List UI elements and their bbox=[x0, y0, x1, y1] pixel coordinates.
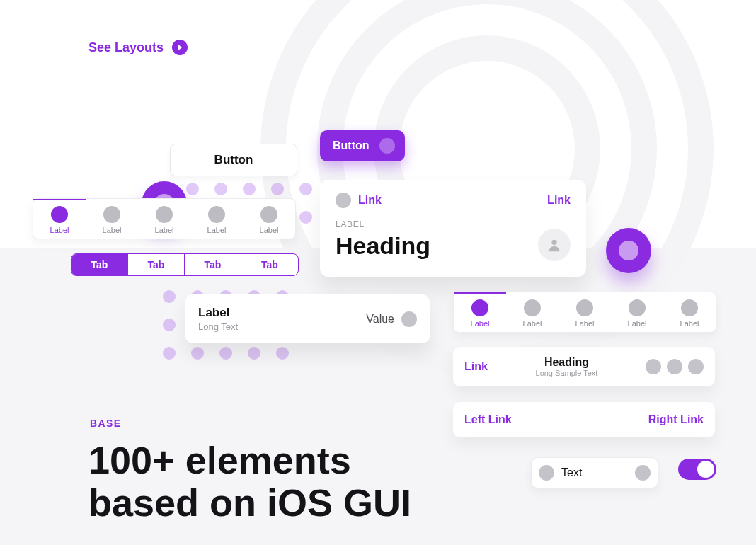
circle-icon[interactable] bbox=[667, 359, 682, 374]
circle-icon[interactable] bbox=[646, 359, 661, 374]
button-default-label: Button bbox=[214, 153, 253, 167]
circle-icon bbox=[336, 193, 351, 208]
left-link[interactable]: Left Link bbox=[464, 413, 512, 426]
navigation-header-card: Link Link LABEL Heading bbox=[320, 180, 586, 277]
tab-item-label: Label bbox=[260, 226, 279, 234]
circle-icon bbox=[471, 299, 488, 316]
circle-icon bbox=[576, 299, 593, 316]
circle-icon bbox=[208, 206, 225, 223]
circle-icon bbox=[524, 299, 541, 316]
tab-item[interactable]: Label bbox=[138, 199, 190, 239]
toggle-switch[interactable] bbox=[678, 459, 716, 480]
segment-label: Tab bbox=[148, 259, 165, 270]
tab-item-label: Label bbox=[155, 226, 174, 234]
section-title-line1: 100+ elements bbox=[88, 439, 351, 481]
tab-item[interactable]: Label bbox=[243, 199, 295, 239]
chip-label: Text bbox=[561, 466, 582, 479]
see-layouts-link[interactable]: See Layouts bbox=[88, 40, 188, 55]
circle-icon[interactable] bbox=[688, 359, 704, 374]
button-primary[interactable]: Button bbox=[320, 130, 405, 161]
decorative-orb-icon bbox=[606, 228, 651, 273]
text-chip[interactable]: Text bbox=[531, 457, 658, 488]
right-link[interactable]: Right Link bbox=[648, 413, 704, 426]
section-overline: BASE bbox=[90, 418, 122, 429]
button-primary-label: Button bbox=[333, 139, 370, 152]
circle-icon bbox=[401, 311, 417, 327]
nav-subtitle: Long Sample Text bbox=[536, 369, 598, 377]
segment-label: Tab bbox=[91, 259, 108, 270]
circle-icon bbox=[629, 299, 646, 316]
tab-item[interactable]: Label bbox=[611, 292, 663, 332]
circle-icon bbox=[156, 206, 173, 223]
segment[interactable]: Tab bbox=[241, 254, 298, 275]
overline-label: LABEL bbox=[336, 219, 571, 229]
tab-bar-icons-left: Label Label Label Label Label bbox=[33, 198, 296, 239]
circle-icon bbox=[103, 206, 120, 223]
nav-bar-links: Left Link Right Link bbox=[453, 402, 715, 437]
tab-item[interactable]: Label bbox=[663, 292, 716, 332]
button-default[interactable]: Button bbox=[170, 144, 297, 176]
circle-icon bbox=[539, 465, 554, 481]
tab-item-label: Label bbox=[628, 319, 647, 328]
section-title-line2: based on iOS GUI bbox=[88, 481, 411, 524]
circle-icon bbox=[51, 206, 68, 223]
tab-item[interactable]: Label bbox=[454, 292, 506, 332]
back-link[interactable]: Link bbox=[336, 193, 382, 208]
list-cell-value[interactable]: Label Long Text Value bbox=[185, 294, 430, 343]
cell-title: Label bbox=[198, 306, 238, 320]
circle-icon bbox=[260, 206, 277, 223]
tab-item[interactable]: Label bbox=[86, 199, 138, 239]
nav-link[interactable]: Link bbox=[464, 360, 488, 373]
tab-item[interactable]: Label bbox=[33, 199, 86, 239]
segment[interactable]: Tab bbox=[185, 254, 241, 275]
circle-icon bbox=[681, 299, 698, 316]
tab-item-label: Label bbox=[471, 319, 490, 328]
chevron-right-icon bbox=[172, 40, 188, 55]
nav-title: Heading bbox=[536, 356, 598, 369]
tab-item[interactable]: Label bbox=[506, 292, 559, 332]
tab-item-label: Label bbox=[103, 226, 122, 234]
tab-item-label: Label bbox=[50, 226, 69, 234]
segmented-control: Tab Tab Tab Tab bbox=[71, 253, 299, 276]
tab-item-label: Label bbox=[575, 319, 595, 328]
nav-actions bbox=[646, 359, 704, 374]
cell-subtitle: Long Text bbox=[198, 321, 238, 332]
tab-item-label: Label bbox=[680, 319, 699, 328]
tab-item-label: Label bbox=[207, 226, 227, 234]
segment-label: Tab bbox=[261, 259, 278, 270]
avatar[interactable] bbox=[538, 229, 571, 261]
segment[interactable]: Tab bbox=[128, 254, 185, 275]
tab-bar-icons-right: Label Label Label Label Label bbox=[453, 292, 716, 333]
section-title: 100+ elements based on iOS GUI bbox=[88, 439, 411, 524]
large-title: Heading bbox=[336, 232, 571, 260]
tab-item-label: Label bbox=[523, 319, 542, 328]
tab-item[interactable]: Label bbox=[559, 292, 611, 332]
back-link-label: Link bbox=[358, 194, 382, 207]
see-layouts-label: See Layouts bbox=[88, 40, 164, 55]
action-link[interactable]: Link bbox=[547, 194, 571, 207]
nav-bar-compact: Link Heading Long Sample Text bbox=[453, 347, 715, 386]
segment[interactable]: Tab bbox=[71, 254, 128, 275]
tab-item[interactable]: Label bbox=[190, 199, 243, 239]
cell-value: Value bbox=[366, 313, 394, 326]
svg-point-0 bbox=[551, 240, 556, 245]
circle-icon bbox=[635, 465, 651, 481]
circle-icon bbox=[379, 138, 395, 154]
person-icon bbox=[546, 237, 562, 253]
segment-label: Tab bbox=[205, 259, 222, 270]
